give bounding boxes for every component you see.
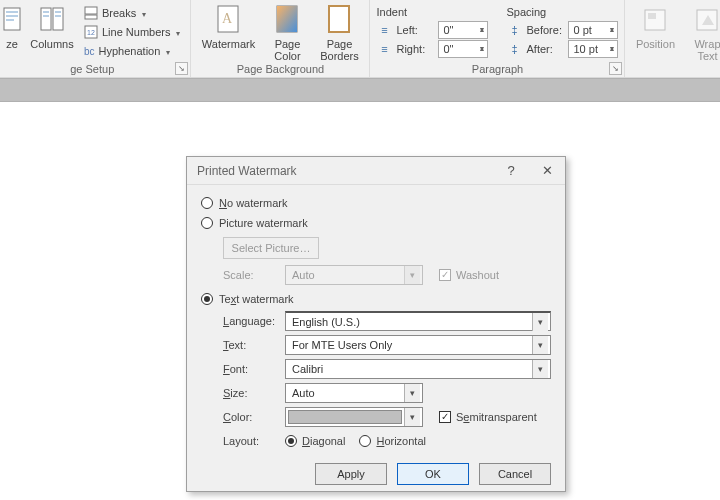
font-label: Font: [223,363,279,375]
indent-left-input[interactable]: 0" ▲▼ [438,21,488,39]
layout-label: Layout: [223,435,279,447]
text-label: Text: [223,339,279,351]
svg-rect-18 [329,6,349,32]
indent-left-icon: ≡ [376,24,392,36]
radio-icon [359,435,371,447]
language-label: Language: [223,315,279,327]
indent-left-label: Left: [396,24,434,36]
chevron-down-icon[interactable]: ▾ [404,408,420,426]
size-combo[interactable]: Auto▾ [285,383,423,403]
spacing-after-label: After: [526,43,564,55]
spacing-before-input[interactable]: 0 pt ▲▼ [568,21,618,39]
spacing-before-icon: ‡ [506,24,522,36]
page-setup-title: ge Setup [0,63,184,77]
scale-value: Auto [292,269,315,281]
radio-icon [285,435,297,447]
size-button[interactable]: ze [0,2,24,50]
language-value: English (U.S.) [292,316,360,328]
indent-right-label: Right: [396,43,434,55]
watermark-button[interactable]: A Watermark [197,2,259,50]
chevron-down-icon[interactable]: ▾ [404,384,420,402]
svg-rect-17 [277,6,297,32]
columns-button[interactable]: Columns [28,2,76,50]
color-swatch [288,410,402,424]
checkbox-icon: ✓ [439,411,451,423]
close-icon: ✕ [542,163,553,178]
font-combo[interactable]: Calibri▾ [285,359,551,379]
dialog-title: Printed Watermark [197,164,297,178]
page-setup-launcher[interactable]: ↘ [175,62,188,75]
chevron-down-icon[interactable]: ▾ [532,336,548,354]
svg-rect-10 [85,7,97,14]
svg-rect-20 [648,13,656,19]
size-label: Size: [223,387,279,399]
radio-icon [201,217,213,229]
group-page-setup: ze Columns Breaks 12 [0,0,191,77]
scale-combo: Auto▾ [285,265,423,285]
page-size-icon [0,4,28,36]
apply-label: Apply [337,468,365,480]
color-combo[interactable]: ▾ [285,407,423,427]
line-numbers-button[interactable]: 12 Line Numbers [80,23,184,41]
paragraph-title: Paragraph [376,63,618,77]
text-value: For MTE Users Only [292,339,392,351]
printed-watermark-dialog: Printed Watermark ? ✕ No watermark Pictu… [186,156,566,492]
chevron-down-icon[interactable]: ▾ [532,313,548,331]
hyphenation-label: Hyphenation [99,45,161,57]
apply-button[interactable]: Apply [315,463,387,485]
svg-rect-3 [6,19,14,21]
spacing-after-value: 10 pt [573,43,597,55]
group-paragraph: Indent ≡ Left: 0" ▲▼ ≡ Right: 0" ▲▼ [370,0,625,77]
columns-label: Columns [30,38,73,50]
breaks-button[interactable]: Breaks [80,4,184,22]
paragraph-launcher[interactable]: ↘ [609,62,622,75]
page-color-button[interactable]: Page Color [263,2,311,62]
watermark-label: Watermark [202,38,255,50]
checkbox-icon: ✓ [439,269,451,281]
chevron-down-icon: ▾ [404,266,420,284]
page-borders-icon [323,4,355,36]
picture-watermark-radio[interactable]: Picture watermark [201,213,551,233]
wrap-text-label: Wrap Text [694,38,720,62]
hyphenation-button[interactable]: bc Hyphenation [80,42,184,60]
spacing-header: Spacing [506,6,618,18]
layout-diagonal-radio[interactable]: Diagonal [285,431,345,451]
color-label: Color: [223,411,279,423]
watermark-icon: A [212,4,244,36]
text-watermark-radio[interactable]: Text watermark [201,289,551,309]
ok-button[interactable]: OK [397,463,469,485]
language-combo[interactable]: English (U.S.)▾ [285,311,551,331]
chevron-down-icon[interactable]: ▾ [532,360,548,378]
ok-label: OK [425,468,441,480]
svg-rect-7 [55,11,61,13]
cancel-label: Cancel [498,468,532,480]
wrap-text-button[interactable]: Wrap Text [683,2,720,62]
size-label: ze [6,38,18,50]
svg-rect-8 [43,15,49,17]
wrap-text-icon [691,4,720,36]
horizontal-label: Horizontal [376,435,426,447]
semitransparent-checkbox[interactable]: ✓ Semitransparent [439,411,537,423]
text-combo[interactable]: For MTE Users Only▾ [285,335,551,355]
dialog-titlebar[interactable]: Printed Watermark ? ✕ [187,157,565,185]
cancel-button[interactable]: Cancel [479,463,551,485]
breaks-icon [84,6,98,20]
spacing-after-input[interactable]: 10 pt ▲▼ [568,40,618,58]
page-borders-button[interactable]: Page Borders [315,2,363,62]
help-button[interactable]: ? [493,157,529,185]
indent-right-input[interactable]: 0" ▲▼ [438,40,488,58]
no-watermark-radio[interactable]: No watermark [201,193,551,213]
close-button[interactable]: ✕ [529,157,565,185]
layout-horizontal-radio[interactable]: Horizontal [359,431,426,451]
spacing-before-label: Before: [526,24,564,36]
svg-rect-1 [6,11,18,13]
select-picture-label: Select Picture… [232,242,311,254]
page-color-icon [271,4,303,36]
spacing-after-icon: ‡ [506,43,522,55]
position-button[interactable]: Position [631,2,679,50]
font-value: Calibri [292,363,323,375]
svg-rect-2 [6,15,18,17]
picture-watermark-label: Picture watermark [219,217,308,229]
scale-label: Scale: [223,269,279,281]
semitransparent-label: Semitransparent [456,411,537,423]
